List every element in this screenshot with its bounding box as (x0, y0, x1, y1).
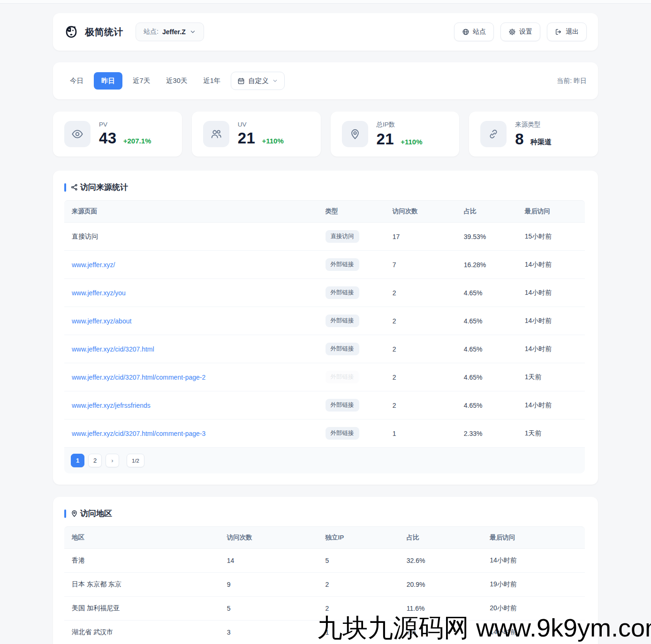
date-filter-bar: 今日昨日近7天近30天近1年 自定义 当前: 昨日 (53, 62, 598, 99)
type-badge: 外部链接 (326, 343, 359, 355)
last-visit-cell: 1天前 (517, 363, 585, 391)
source-page-link[interactable]: www.jeffer.xyz/about (72, 317, 131, 325)
share-cell: 32.6% (399, 549, 483, 572)
table-row: www.jeffer.xyz/cid/3207.html/comment-pag… (64, 419, 585, 448)
source-page-link[interactable]: www.jeffer.xyz/cid/3207.html/comment-pag… (72, 430, 205, 437)
type-badge: 外部链接 (326, 399, 359, 412)
stat-value: 8 (515, 130, 524, 148)
last-visit-cell: 1天前 (517, 419, 585, 447)
map-pin-icon (342, 121, 368, 147)
page-summary: 1/2 (127, 454, 144, 467)
source-page-link[interactable]: www.jeffer.xyz/jefrssfriends (72, 402, 151, 409)
column-header: 占比 (456, 201, 517, 222)
stat-card-total-ip: 总IP数 21 +110% (331, 112, 460, 157)
sources-pagination: 12›1/2 (64, 448, 585, 473)
type-badge: 外部链接 (326, 258, 359, 271)
region-cell: 日本 东京都 东京 (64, 573, 220, 596)
table-row: 直接访问直接访问1739.53%15小时前 (64, 223, 585, 251)
sources-section: 访问来源统计 来源页面 类型 访问次数 占比 最后访问 直接访问直接访问1739… (53, 171, 598, 485)
last-visit-cell: 14小时前 (517, 279, 585, 307)
stat-card-source-types: 来源类型 8 种渠道 (469, 112, 598, 157)
column-header: 独立IP (318, 527, 399, 548)
sites-button[interactable]: 站点 (454, 22, 494, 41)
share-cell: 20.9% (399, 573, 483, 596)
eye-icon (64, 121, 91, 147)
stat-delta: +110% (262, 137, 283, 145)
share-cell: 4.65% (456, 307, 517, 335)
visits-cell: 17 (385, 223, 456, 250)
source-page-link[interactable]: www.jeffer.xyz/you (72, 289, 126, 297)
stat-label: 总IP数 (377, 120, 423, 129)
share-cell: 4.65% (456, 363, 517, 391)
page-button[interactable]: 2 (88, 454, 102, 467)
stat-cards-row: PV 43 +207.1% UV 21 +110% (53, 112, 598, 157)
site-selector[interactable]: 站点: Jeffer.Z (136, 22, 204, 41)
column-header: 访问次数 (385, 201, 456, 222)
source-page-text: 直接访问 (72, 232, 98, 241)
column-header: 最后访问 (482, 527, 585, 548)
share-nodes-icon (70, 183, 78, 191)
table-row: www.jeffer.xyz/cid/3207.html外部链接24.65%14… (64, 335, 585, 363)
table-row: www.jeffer.xyz/外部链接716.28%14小时前 (64, 251, 585, 279)
custom-range-label: 自定义 (248, 76, 269, 85)
share-cell: 4.65% (456, 391, 517, 419)
visits-cell: 5 (220, 597, 318, 620)
title-accent-bar (64, 183, 66, 192)
sources-section-title: 访问来源统计 (70, 182, 128, 193)
visits-cell: 3 (220, 621, 318, 644)
date-tab[interactable]: 近7天 (127, 72, 156, 90)
visits-cell: 7 (385, 251, 456, 278)
table-row: www.jeffer.xyz/about外部链接24.65%14小时前 (64, 307, 585, 335)
location-pin-icon (70, 509, 78, 517)
share-cell: 2.33% (456, 419, 517, 447)
date-tab[interactable]: 近1年 (197, 72, 226, 90)
custom-range-button[interactable]: 自定义 (231, 72, 285, 90)
source-page-link[interactable]: www.jeffer.xyz/ (72, 261, 115, 269)
table-row: www.jeffer.xyz/you外部链接24.65%14小时前 (64, 279, 585, 307)
visits-cell: 2 (385, 391, 456, 419)
stat-value: 21 (377, 130, 394, 148)
app-header: 极简统计 站点: Jeffer.Z 站点 设置 (53, 13, 598, 51)
stat-label: PV (99, 121, 151, 128)
next-page-button[interactable]: › (106, 454, 119, 467)
share-cell: 4.65% (456, 335, 517, 363)
visits-cell: 9 (220, 573, 318, 596)
visits-cell: 1 (385, 419, 456, 447)
watermark: 九块九源码网 www.9k9ym.com (317, 611, 651, 644)
unique-ip-cell: 2 (318, 573, 399, 596)
stat-suffix: 种渠道 (530, 138, 552, 147)
settings-button-label: 设置 (519, 28, 532, 36)
site-selector-label: 站点: (144, 28, 159, 36)
sources-table-body: 直接访问直接访问1739.53%15小时前www.jeffer.xyz/外部链接… (64, 223, 585, 448)
table-row: 日本 东京都 东京9220.9%19小时前 (64, 573, 585, 597)
last-visit-cell: 14小时前 (517, 307, 585, 335)
last-visit-cell: 14小时前 (517, 391, 585, 419)
table-row: www.jeffer.xyz/jefrssfriends外部链接24.65%14… (64, 391, 585, 419)
link-icon (480, 121, 507, 147)
settings-button[interactable]: 设置 (500, 22, 540, 41)
date-range-tabs: 今日昨日近7天近30天近1年 (64, 72, 226, 90)
table-row: 香港14532.6%14小时前 (64, 549, 585, 573)
last-visit-cell: 14小时前 (482, 549, 585, 572)
stat-label: UV (238, 121, 284, 128)
last-visit-cell: 15小时前 (517, 223, 585, 250)
logout-icon (555, 28, 562, 36)
logout-button[interactable]: 退出 (547, 22, 587, 41)
stat-label: 来源类型 (515, 120, 552, 129)
globe-icon (462, 28, 469, 36)
date-tab[interactable]: 昨日 (94, 72, 122, 90)
date-tab[interactable]: 今日 (64, 72, 89, 90)
app-title: 极简统计 (85, 26, 123, 38)
column-header: 地区 (64, 527, 220, 548)
share-cell: 16.28% (456, 251, 517, 278)
current-range-label: 当前: 昨日 (557, 77, 587, 85)
stat-value: 43 (99, 129, 117, 147)
column-header: 最后访问 (517, 201, 585, 222)
page-top-strip (0, 0, 651, 4)
source-page-link[interactable]: www.jeffer.xyz/cid/3207.html (72, 345, 154, 353)
page-button[interactable]: 1 (71, 454, 84, 467)
type-badge: 直接访问 (326, 230, 359, 243)
type-badge: 外部链接 (326, 371, 359, 383)
date-tab[interactable]: 近30天 (160, 72, 193, 90)
source-page-link[interactable]: www.jeffer.xyz/cid/3207.html/comment-pag… (72, 374, 205, 381)
